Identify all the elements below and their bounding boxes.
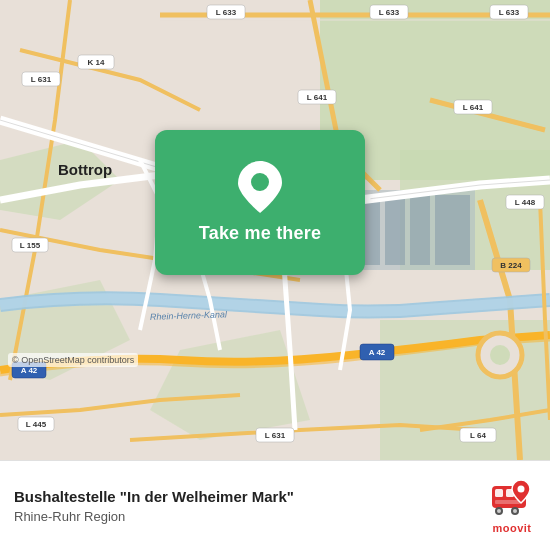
svg-text:K 14: K 14 — [88, 58, 105, 67]
svg-text:A 42: A 42 — [21, 366, 38, 375]
svg-rect-50 — [495, 500, 520, 504]
svg-text:L 155: L 155 — [20, 241, 41, 250]
svg-text:L 633: L 633 — [379, 8, 400, 17]
stop-name: Bushaltestelle "In der Welheimer Mark" — [14, 487, 476, 507]
svg-text:A 42: A 42 — [369, 348, 386, 357]
stop-region: Rhine-Ruhr Region — [14, 509, 476, 524]
location-pin-icon — [238, 161, 282, 213]
take-me-there-card[interactable]: Take me there — [155, 130, 365, 275]
moovit-brand-label: moovit — [492, 522, 531, 534]
svg-text:L 631: L 631 — [265, 431, 286, 440]
svg-text:L 448: L 448 — [515, 198, 536, 207]
svg-text:L 633: L 633 — [216, 8, 237, 17]
svg-text:Bottrop: Bottrop — [58, 161, 112, 178]
svg-point-13 — [490, 345, 510, 365]
svg-point-52 — [497, 509, 501, 513]
svg-text:L 445: L 445 — [26, 420, 47, 429]
map-view: L 633 L 633 L 633 L 641 L 641 L 631 K 14… — [0, 0, 550, 460]
bottom-info-bar: Bushaltestelle "In der Welheimer Mark" R… — [0, 460, 550, 550]
svg-point-46 — [251, 173, 269, 191]
svg-point-55 — [518, 485, 525, 492]
svg-text:L 64: L 64 — [470, 431, 486, 440]
svg-text:L 641: L 641 — [307, 93, 328, 102]
svg-point-54 — [513, 509, 517, 513]
moovit-logo-icon — [488, 478, 536, 520]
svg-rect-10 — [410, 195, 430, 265]
stop-info: Bushaltestelle "In der Welheimer Mark" R… — [14, 487, 476, 524]
svg-rect-11 — [435, 195, 470, 265]
map-attribution: © OpenStreetMap contributors — [8, 353, 138, 367]
moovit-logo: moovit — [488, 478, 536, 534]
svg-rect-9 — [385, 195, 405, 265]
svg-text:B 224: B 224 — [500, 261, 522, 270]
svg-rect-48 — [495, 489, 503, 497]
take-me-there-button[interactable]: Take me there — [199, 223, 321, 244]
svg-text:L 631: L 631 — [31, 75, 52, 84]
svg-text:L 633: L 633 — [499, 8, 520, 17]
svg-text:L 641: L 641 — [463, 103, 484, 112]
